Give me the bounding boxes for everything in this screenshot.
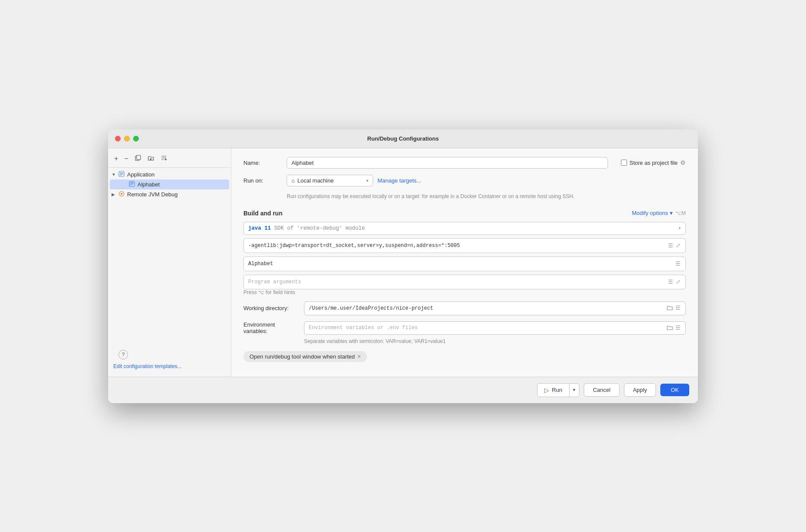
tool-window-tag-label: Open run/debug tool window when started — [249, 353, 355, 360]
sidebar-bottom: ? Edit configuration templates... — [108, 344, 231, 373]
env-hint: Separate variables with semicolon: VAR=v… — [304, 338, 686, 344]
bottom-bar: ▷ Run ▾ Cancel Apply OK — [108, 377, 698, 403]
main-class-text-icon[interactable]: ☰ — [675, 260, 681, 268]
move-into-folder-button[interactable] — [146, 154, 156, 164]
vm-options-field[interactable]: -agentlib:jdwp=transport=dt_socket,serve… — [243, 238, 686, 253]
run-on-select[interactable]: ⌂ Local machine ▾ — [287, 175, 373, 186]
sdk-chevron-icon: ▾ — [678, 225, 681, 231]
cancel-button[interactable]: Cancel — [584, 383, 619, 397]
add-config-button[interactable]: + — [112, 154, 120, 163]
sort-button[interactable] — [159, 154, 169, 164]
tree-item-alphabet[interactable]: ▶ Alphabet — [110, 179, 229, 189]
store-as-project-container: Store as project file ⚙ — [621, 159, 686, 166]
sidebar: + − — [108, 148, 231, 377]
copy-config-button[interactable] — [133, 154, 143, 164]
env-vars-text-icon[interactable]: ☰ — [675, 324, 681, 332]
working-dir-label: Working directory: — [243, 305, 300, 311]
svg-rect-1 — [137, 155, 141, 160]
remote-jvm-icon — [118, 191, 125, 198]
svg-rect-3 — [120, 173, 123, 173]
run-on-row: Run on: ⌂ Local machine ▾ Manage targets… — [243, 175, 686, 186]
name-input[interactable] — [287, 157, 608, 169]
svg-point-11 — [121, 193, 122, 195]
close-button[interactable] — [115, 136, 121, 141]
modify-options-area: Modify options ▾ ⌥M — [632, 210, 686, 216]
program-args-placeholder: Program arguments — [248, 279, 668, 285]
run-label: Run — [552, 387, 562, 393]
chevron-down-icon: ▾ — [366, 178, 368, 183]
name-row: Name: Store as project file ⚙ — [243, 157, 686, 169]
sidebar-top: + − — [108, 152, 231, 344]
env-vars-label: Environment variables: — [243, 321, 300, 334]
modify-options-shortcut: ⌥M — [675, 210, 686, 216]
tool-window-tag-pill: Open run/debug tool window when started … — [243, 351, 367, 362]
run-dropdown-chevron: ▾ — [573, 387, 576, 393]
manage-targets-link[interactable]: Manage targets... — [377, 177, 421, 184]
modify-options-label: Modify options — [632, 210, 668, 216]
sdk-value: java 11 SDK of 'remote-debug' module — [248, 225, 678, 231]
vm-options-expand-window-icon[interactable]: ⤢ — [675, 242, 681, 250]
working-dir-text-icon[interactable]: ☰ — [675, 304, 681, 313]
folder-icon — [147, 154, 154, 163]
vm-options-icons: ☰ ⤢ — [668, 242, 681, 250]
program-args-expand-icon[interactable]: ⤢ — [675, 278, 681, 286]
main-class-field[interactable]: Alphabet ☰ — [243, 256, 686, 271]
help-button[interactable]: ? — [118, 350, 128, 359]
main-class-icons: ☰ — [675, 260, 681, 268]
field-hint: Press ⌥ for field hints — [243, 289, 686, 295]
application-group-label: Application — [127, 171, 155, 178]
sdk-dropdown[interactable]: java 11 SDK of 'remote-debug' module ▾ — [243, 222, 686, 235]
working-dir-folder-icon[interactable] — [666, 304, 673, 313]
run-dropdown-button[interactable]: ▾ — [569, 384, 579, 397]
open-tool-window-tag: Open run/debug tool window when started … — [243, 351, 686, 368]
modify-options-button[interactable]: Modify options ▾ — [632, 210, 673, 216]
svg-rect-8 — [130, 183, 134, 183]
play-icon: ▷ — [544, 387, 549, 394]
name-label: Name: — [243, 160, 282, 166]
copy-icon — [134, 154, 141, 163]
env-vars-icons: ☰ — [666, 324, 681, 332]
alphabet-item-label: Alphabet — [138, 181, 160, 188]
run-config-icon — [129, 181, 135, 188]
help-row: ? — [113, 344, 226, 362]
gear-icon[interactable]: ⚙ — [680, 159, 686, 166]
sidebar-toolbar: + − — [108, 152, 231, 168]
apply-button[interactable]: Apply — [624, 383, 656, 397]
program-args-text-icon[interactable]: ☰ — [668, 278, 674, 286]
run-button[interactable]: ▷ Run — [537, 384, 569, 397]
program-args-icons: ☰ ⤢ — [668, 278, 681, 286]
edit-templates-link[interactable]: Edit configuration templates... — [113, 363, 182, 369]
working-dir-row: Working directory: /Users/me.user/IdeaPr… — [243, 301, 686, 315]
build-and-run-header: Build and run Modify options ▾ ⌥M — [243, 210, 686, 217]
tree-group-remote-jvm[interactable]: ▶ Remote JVM Debug — [108, 189, 231, 199]
ok-button[interactable]: OK — [660, 384, 689, 396]
main-panel: Name: Store as project file ⚙ Run on: ⌂ … — [231, 148, 698, 377]
minus-icon: − — [124, 155, 128, 163]
svg-rect-5 — [120, 175, 122, 175]
working-dir-value: /Users/me.user/IdeaProjects/nice-project — [309, 305, 666, 311]
env-vars-folder-icon[interactable] — [666, 324, 673, 332]
main-class-value: Alphabet — [248, 261, 675, 267]
working-dir-field[interactable]: /Users/me.user/IdeaProjects/nice-project… — [304, 301, 686, 315]
home-icon: ⌂ — [291, 177, 295, 184]
vm-options-expand-text-icon[interactable]: ☰ — [668, 242, 674, 250]
program-args-field[interactable]: Program arguments ☰ ⤢ — [243, 275, 686, 289]
store-as-project-checkbox[interactable] — [621, 160, 627, 166]
expand-arrow: ▼ — [112, 172, 117, 177]
tool-window-tag-remove[interactable]: × — [358, 353, 361, 359]
svg-rect-7 — [130, 182, 134, 183]
run-debug-dialog: Run/Debug Configurations + − — [108, 129, 698, 403]
minimize-button[interactable] — [124, 136, 130, 141]
question-mark-icon: ? — [122, 352, 125, 358]
svg-rect-9 — [130, 184, 132, 185]
env-vars-field[interactable]: Environment variables or .env files ☰ — [304, 321, 686, 335]
traffic-lights — [115, 136, 139, 141]
plus-icon: + — [114, 155, 118, 163]
maximize-button[interactable] — [133, 136, 139, 141]
env-vars-placeholder: Environment variables or .env files — [309, 325, 666, 331]
run-on-hint: Run configurations may be executed local… — [287, 192, 686, 200]
main-content: + − — [108, 148, 698, 377]
tree-group-application[interactable]: ▼ Application — [108, 170, 231, 179]
remove-config-button[interactable]: − — [122, 154, 130, 163]
title-bar: Run/Debug Configurations — [108, 129, 698, 148]
